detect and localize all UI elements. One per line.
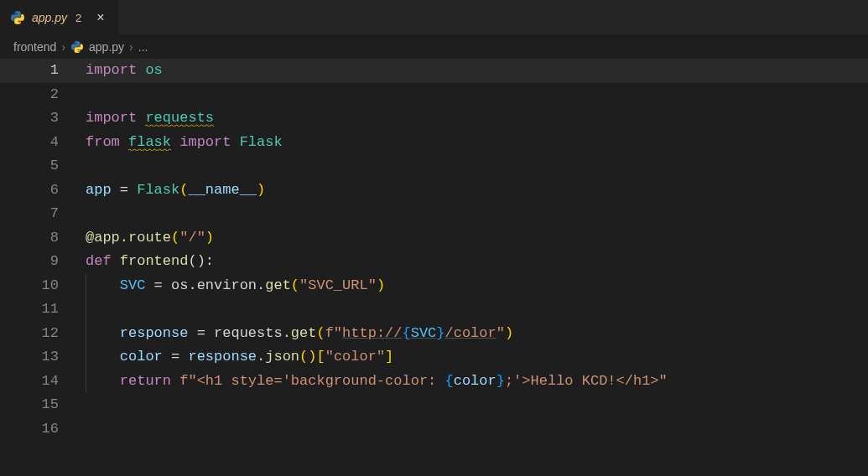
code-line[interactable]: 6 app = Flask(__name__) bbox=[0, 178, 868, 203]
line-number: 10 bbox=[0, 274, 65, 298]
line-number: 13 bbox=[0, 345, 65, 370]
code-content[interactable]: from flask import Flask bbox=[65, 131, 283, 155]
line-number: 11 bbox=[0, 298, 65, 322]
code-line[interactable]: 13 color = response.json()["color"] bbox=[0, 345, 868, 370]
code-line[interactable]: 3 import requests bbox=[0, 106, 868, 131]
line-number: 5 bbox=[0, 154, 65, 178]
code-line[interactable]: 15 bbox=[0, 393, 868, 417]
code-line[interactable]: 16 bbox=[0, 417, 868, 442]
line-number: 1 bbox=[0, 59, 65, 83]
indent-guide bbox=[86, 370, 86, 394]
line-number: 4 bbox=[0, 131, 65, 155]
line-number: 2 bbox=[0, 83, 65, 107]
indent-guide bbox=[86, 298, 86, 322]
code-line[interactable]: 12 response = requests.get(f"http://{SVC… bbox=[0, 322, 868, 346]
code-editor[interactable]: 1 import os 2 3 import requests 4 from f… bbox=[0, 59, 868, 441]
line-number: 7 bbox=[0, 202, 65, 226]
tab-filename: app.py bbox=[32, 11, 67, 24]
line-number: 14 bbox=[0, 370, 65, 394]
code-content[interactable]: @app.route("/") bbox=[65, 226, 214, 251]
code-content[interactable]: import requests bbox=[65, 106, 214, 131]
line-number: 12 bbox=[0, 322, 65, 346]
breadcrumb: frontend › app.py › ... bbox=[0, 35, 868, 59]
code-content[interactable]: app = Flask(__name__) bbox=[65, 178, 265, 203]
python-icon bbox=[10, 10, 25, 25]
tab-bar: app.py 2 × bbox=[0, 0, 868, 35]
tab-problem-badge: 2 bbox=[75, 12, 81, 24]
python-icon bbox=[70, 40, 84, 54]
code-line[interactable]: 4 from flask import Flask bbox=[0, 131, 868, 155]
chevron-right-icon: › bbox=[129, 40, 133, 54]
breadcrumb-file[interactable]: app.py bbox=[89, 40, 124, 54]
indent-guide bbox=[86, 322, 86, 346]
breadcrumb-folder[interactable]: frontend bbox=[13, 40, 56, 54]
code-content[interactable]: def frontend(): bbox=[65, 250, 214, 274]
code-line[interactable]: 1 import os bbox=[0, 59, 868, 83]
code-content[interactable]: color = response.json()["color"] bbox=[65, 345, 393, 370]
code-content[interactable]: SVC = os.environ.get("SVC_URL") bbox=[65, 274, 385, 298]
code-line[interactable]: 14 return f"<h1 style='background-color:… bbox=[0, 370, 868, 394]
line-number: 8 bbox=[0, 226, 65, 251]
code-content[interactable]: return f"<h1 style='background-color: {c… bbox=[65, 370, 668, 394]
code-content[interactable]: response = requests.get(f"http://{SVC}/c… bbox=[65, 322, 513, 346]
tab-app-py[interactable]: app.py 2 × bbox=[0, 0, 119, 34]
code-line[interactable]: 9 def frontend(): bbox=[0, 250, 868, 274]
code-line[interactable]: 10 SVC = os.environ.get("SVC_URL") bbox=[0, 274, 868, 298]
line-number: 3 bbox=[0, 106, 65, 131]
code-line[interactable]: 5 bbox=[0, 154, 868, 178]
chevron-right-icon: › bbox=[61, 40, 65, 54]
code-content[interactable]: import os bbox=[65, 59, 163, 83]
breadcrumb-symbol[interactable]: ... bbox=[138, 40, 148, 54]
close-icon[interactable]: × bbox=[93, 9, 107, 26]
code-line[interactable]: 11 bbox=[0, 298, 868, 322]
line-number: 9 bbox=[0, 250, 65, 274]
indent-guide bbox=[86, 345, 86, 370]
line-number: 15 bbox=[0, 393, 65, 417]
indent-guide bbox=[86, 274, 86, 298]
code-line[interactable]: 2 bbox=[0, 83, 868, 107]
code-line[interactable]: 7 bbox=[0, 202, 868, 226]
line-number: 16 bbox=[0, 417, 65, 442]
line-number: 6 bbox=[0, 178, 65, 203]
code-line[interactable]: 8 @app.route("/") bbox=[0, 226, 868, 251]
